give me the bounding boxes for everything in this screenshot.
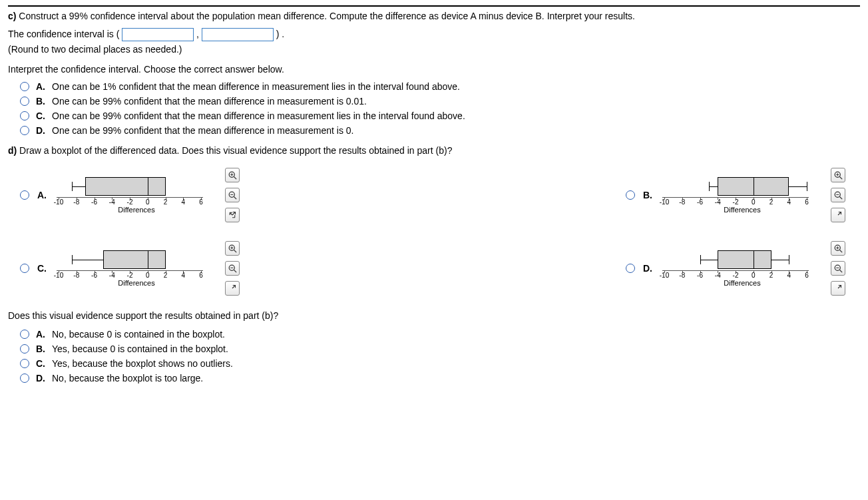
zoom-in-button[interactable]	[831, 241, 845, 256]
choice-label: B.	[36, 344, 48, 354]
axis-title: Differences	[666, 206, 819, 214]
ci-prefix: The confidence interval is (	[8, 29, 119, 39]
zoom-out-button[interactable]	[225, 188, 240, 202]
plot-controls	[225, 168, 240, 222]
radio-icon	[20, 344, 29, 354]
boxplot-choice-b[interactable]: B. -10-8-6-4-20246 Differences	[626, 168, 859, 222]
axis-title: Differences	[666, 279, 819, 287]
plot-label: C.	[37, 263, 48, 274]
choice-label: A.	[36, 81, 48, 92]
ci-suffix: ) .	[276, 29, 284, 39]
interpret-choice-list: A. One can be 1% confident that the mean…	[20, 81, 860, 136]
zoom-in-button[interactable]	[831, 168, 845, 182]
boxplot-choice-c[interactable]: C. -10-8-6-4-20246 Differences	[20, 241, 253, 296]
ci-lower-input[interactable]	[122, 28, 194, 41]
ci-upper-input[interactable]	[202, 28, 274, 41]
plot-controls	[831, 241, 845, 296]
boxplot-d: -10-8-6-4-20246	[659, 250, 812, 280]
part-c-text: Construct a 99% confidence interval abou…	[16, 11, 634, 21]
support-choice-b[interactable]: B. Yes, because 0 is contained in the bo…	[20, 344, 860, 354]
radio-icon	[20, 359, 29, 368]
radio-icon	[20, 374, 29, 383]
zoom-out-button[interactable]	[831, 261, 845, 276]
choice-label: C.	[36, 111, 48, 121]
interpret-choice-b[interactable]: B. One can be 99% confident that the mea…	[20, 96, 860, 107]
choice-text: One can be 1% confident that the mean di…	[52, 81, 460, 92]
boxplot-c: -10-8-6-4-20246	[53, 250, 206, 280]
radio-icon	[626, 190, 635, 200]
popout-button[interactable]	[225, 281, 240, 296]
boxplot-choice-d[interactable]: D. -10-8-6-4-20246 Differences	[626, 241, 859, 296]
choice-text: Yes, because the boxplot shows no outlie…	[52, 358, 233, 369]
radio-icon	[20, 330, 29, 339]
zoom-in-button[interactable]	[225, 168, 240, 182]
zoom-out-button[interactable]	[831, 188, 845, 202]
choice-label: C.	[36, 358, 48, 369]
plot-label: A.	[37, 190, 48, 200]
svg-line-19	[234, 270, 236, 272]
boxplot-choices: A. -10-8-6-4-20246 Differences B. -10-8-…	[20, 168, 859, 296]
radio-icon	[20, 111, 29, 121]
axis-title: Differences	[60, 279, 213, 287]
part-d-prefix: d)	[8, 145, 17, 156]
choice-label: B.	[36, 96, 48, 107]
part-d-text: Draw a boxplot of the differenced data. …	[17, 145, 452, 156]
interpret-prompt: Interpret the confidence interval. Choos…	[8, 64, 860, 75]
support-choice-list: A. No, because 0 is contained in the box…	[20, 329, 860, 383]
axis-title: Differences	[60, 206, 213, 214]
boxplot-a: -10-8-6-4-20246	[53, 177, 206, 206]
popout-button[interactable]	[225, 208, 240, 222]
question-c: c) Construct a 99% confidence interval a…	[8, 5, 860, 21]
choice-text: One can be 99% confident that the mean d…	[52, 96, 367, 107]
support-prompt: Does this visual evidence support the re…	[8, 310, 860, 321]
popout-button[interactable]	[831, 281, 845, 296]
svg-line-15	[234, 250, 236, 252]
radio-icon	[20, 190, 29, 200]
support-choice-c[interactable]: C. Yes, because the boxplot shows no out…	[20, 358, 860, 369]
interpret-choice-c[interactable]: C. One can be 99% confident that the mea…	[20, 111, 860, 121]
plot-label: B.	[643, 190, 654, 200]
choice-label: A.	[36, 329, 48, 340]
boxplot-b: -10-8-6-4-20246	[659, 177, 812, 206]
support-choice-d[interactable]: D. No, because the boxplot is too large.	[20, 373, 860, 383]
zoom-out-button[interactable]	[225, 261, 240, 276]
radio-icon	[20, 126, 29, 135]
svg-line-12	[839, 196, 842, 199]
choice-label: D.	[36, 125, 48, 136]
choice-text: One can be 99% confident that the mean d…	[52, 125, 353, 136]
support-choice-a[interactable]: A. No, because 0 is contained in the box…	[20, 329, 860, 340]
svg-line-1	[234, 176, 236, 179]
plot-controls	[225, 241, 240, 296]
radio-icon	[20, 264, 29, 273]
ci-comma: ,	[196, 29, 199, 39]
radio-icon	[20, 97, 29, 106]
ci-line: The confidence interval is ( , ) .	[8, 28, 860, 41]
plot-controls	[831, 168, 845, 222]
choice-text: Yes, because 0 is contained in the boxpl…	[52, 344, 228, 354]
choice-label: D.	[36, 373, 48, 383]
zoom-in-button[interactable]	[225, 241, 240, 256]
choice-text: One can be 99% confident that the mean d…	[52, 111, 465, 121]
plot-label: D.	[643, 263, 654, 274]
choice-text: No, because 0 is contained in the boxplo…	[52, 329, 225, 340]
svg-line-5	[234, 196, 236, 199]
choice-text: No, because the boxplot is too large.	[52, 373, 203, 383]
round-hint: (Round to two decimal places as needed.)	[8, 44, 860, 55]
interpret-choice-d[interactable]: D. One can be 99% confident that the mea…	[20, 125, 860, 136]
popout-button[interactable]	[831, 208, 845, 222]
svg-line-8	[839, 176, 842, 179]
svg-line-22	[839, 250, 842, 252]
radio-icon	[626, 264, 635, 273]
radio-icon	[20, 82, 29, 91]
boxplot-choice-a[interactable]: A. -10-8-6-4-20246 Differences	[20, 168, 253, 222]
question-d: d) Draw a boxplot of the differenced dat…	[8, 145, 860, 156]
svg-line-26	[839, 270, 842, 272]
interpret-choice-a[interactable]: A. One can be 1% confident that the mean…	[20, 81, 860, 92]
part-c-prefix: c)	[8, 11, 16, 21]
